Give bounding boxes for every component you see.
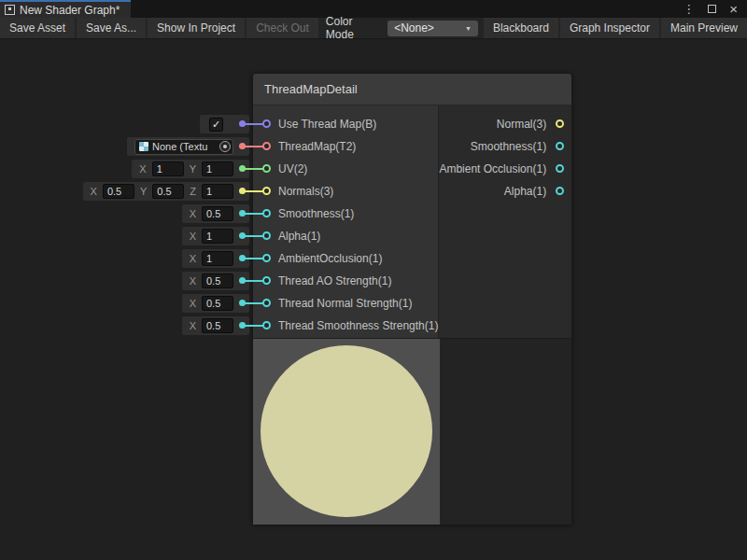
toolbar-button-label: Graph Inspector	[570, 21, 650, 35]
input-port[interactable]	[262, 209, 271, 217]
number-field[interactable]: 0.5	[202, 273, 233, 288]
number-field[interactable]: 1	[202, 161, 233, 176]
node-output-row: Normal(3)	[439, 113, 571, 135]
preview-sphere	[261, 345, 432, 517]
port-dot	[239, 165, 246, 172]
input-port-label: Alpha(1)	[278, 230, 320, 243]
number-field[interactable]: 0.5	[202, 206, 233, 221]
preview-image	[253, 339, 440, 525]
output-port[interactable]	[556, 187, 564, 195]
toolbar-button-main-preview[interactable]: Main Preview	[661, 18, 747, 38]
number-field[interactable]: 0.5	[202, 296, 233, 311]
input-port-label: Thread Normal Strength(1)	[278, 297, 412, 310]
node-input-row: X1Alpha(1)	[253, 225, 438, 247]
output-port[interactable]	[556, 119, 564, 128]
object-picker-icon[interactable]	[219, 141, 231, 152]
toolbar-button-save-asset[interactable]: Save Asset	[0, 18, 75, 38]
node-input-row: None (TextuThreadMap(T2)	[253, 135, 438, 158]
texture-checker-icon	[139, 142, 148, 151]
axis-label: Z	[190, 186, 196, 197]
toolbar-button-label: Save As...	[86, 21, 136, 35]
node-preview	[253, 338, 571, 525]
node-input-row: X0.5Thread Normal Strength(1)	[253, 292, 438, 315]
color-mode-label: Color Mode	[326, 15, 380, 41]
toolbar-button-save-as[interactable]: Save As...	[77, 18, 146, 38]
number-field[interactable]: 0.5	[202, 318, 233, 333]
input-port[interactable]	[262, 321, 271, 329]
port-dot	[239, 232, 246, 239]
color-mode-dropdown[interactable]: <None> ▼	[388, 21, 478, 36]
axis-label: X	[190, 320, 196, 331]
node-body: ✓Use Thread Map(B)None (TextuThreadMap(T…	[253, 105, 571, 338]
more-options-icon[interactable]: ⋮	[683, 3, 695, 15]
input-port[interactable]	[262, 142, 271, 150]
object-field-value: None (Textu	[152, 141, 216, 152]
node-title-bar[interactable]: ThreadMapDetail	[253, 74, 571, 105]
input-port[interactable]	[262, 164, 271, 173]
toolbar-left-group: Save AssetSave As...Show In ProjectCheck…	[0, 18, 320, 38]
input-port-label: Thread AO Strength(1)	[278, 274, 391, 287]
node-output-row: Ambient Occlusion(1)	[439, 158, 571, 180]
node-output-row: Alpha(1)	[439, 180, 571, 203]
input-port[interactable]	[262, 276, 271, 285]
checkbox[interactable]: ✓	[209, 118, 223, 132]
input-port[interactable]	[262, 119, 271, 128]
toolbar-button-label: Blackboard	[493, 21, 549, 35]
output-port-label: Alpha(1)	[504, 185, 546, 198]
node-input-row: ✓Use Thread Map(B)	[253, 113, 438, 135]
toolbar-button-label: Show In Project	[157, 21, 235, 35]
shader-graph-icon	[5, 5, 15, 15]
graph-toolbar: Save AssetSave As...Show In ProjectCheck…	[0, 18, 747, 39]
port-dot	[239, 143, 246, 149]
window-controls: ⋮ ×	[683, 0, 747, 18]
port-dot	[239, 322, 246, 329]
output-port[interactable]	[556, 142, 564, 150]
input-port-label: AmbientOcclusion(1)	[278, 252, 382, 265]
axis-label: X	[190, 231, 196, 242]
input-port[interactable]	[262, 254, 271, 262]
number-field[interactable]: 0.5	[152, 184, 184, 199]
number-field[interactable]: 0.5	[103, 184, 134, 199]
input-port[interactable]	[262, 187, 271, 195]
number-field[interactable]: 1	[152, 161, 184, 176]
node-output-row: Smoothness(1)	[439, 135, 571, 158]
node-threadmapdetail[interactable]: ThreadMapDetail ✓Use Thread Map(B)None (…	[252, 73, 572, 525]
texture-object-field[interactable]: None (Textu	[134, 139, 233, 155]
output-port-label: Normal(3)	[497, 118, 546, 131]
toolbar-button-check-out: Check Out	[247, 18, 318, 38]
port-dot	[239, 300, 246, 306]
toolbar-button-blackboard[interactable]: Blackboard	[484, 18, 558, 38]
toolbar-button-show-in-project[interactable]: Show In Project	[148, 18, 245, 38]
color-mode-value: <None>	[394, 21, 434, 35]
chevron-down-icon: ▼	[465, 25, 472, 32]
number-field[interactable]: 1	[202, 251, 233, 266]
input-port[interactable]	[262, 231, 271, 240]
output-port[interactable]	[556, 164, 564, 173]
axis-label: X	[91, 186, 97, 197]
input-widget-panel: X1Y1	[132, 160, 249, 178]
axis-label: X	[139, 163, 146, 175]
input-widget-panel: None (Textu	[127, 137, 249, 156]
input-port-label: Thread Smoothness Strength(1)	[278, 319, 438, 332]
axis-label: X	[190, 275, 196, 287]
maximize-icon[interactable]	[708, 5, 716, 13]
input-widget-panel: X0.5Y0.5Z1	[83, 182, 249, 201]
toolbar-button-label: Save Asset	[9, 21, 65, 35]
port-dot	[239, 210, 246, 217]
shader-graph-window: New Shader Graph* ⋮ × Save AssetSave As.…	[0, 0, 747, 560]
color-mode-group: Color Mode <None> ▼	[320, 18, 482, 38]
tab-new-shader-graph[interactable]: New Shader Graph*	[0, 0, 131, 18]
graph-canvas[interactable]: ThreadMapDetail ✓Use Thread Map(B)None (…	[0, 39, 747, 560]
axis-label: Y	[190, 163, 196, 175]
toolbar-button-graph-inspector[interactable]: Graph Inspector	[560, 18, 659, 38]
input-port-label: ThreadMap(T2)	[278, 140, 356, 153]
node-input-row: X1Y1UV(2)	[253, 158, 438, 180]
input-port-label: UV(2)	[278, 162, 307, 175]
close-icon[interactable]: ×	[729, 2, 738, 16]
tab-title: New Shader Graph*	[20, 4, 120, 17]
node-input-column: ✓Use Thread Map(B)None (TextuThreadMap(T…	[253, 105, 439, 338]
toolbar-right-group: BlackboardGraph InspectorMain Preview	[482, 18, 747, 38]
input-port[interactable]	[262, 299, 271, 307]
number-field[interactable]: 1	[202, 229, 233, 244]
number-field[interactable]: 1	[202, 184, 233, 199]
